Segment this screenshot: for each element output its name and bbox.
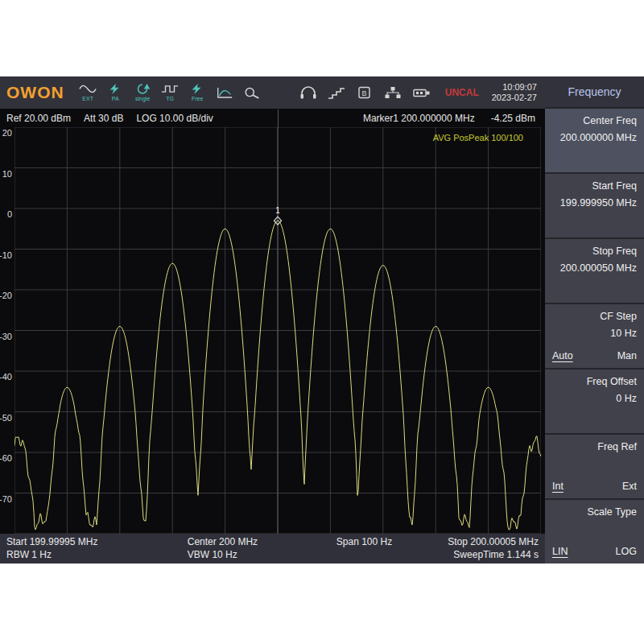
toolbar-tile-pa: PA <box>105 83 126 102</box>
y-tick-label: 0 <box>7 210 12 219</box>
status-row-2: RBW 1 Hz VBW 10 Hz SweepTime 1.144 s <box>6 548 539 561</box>
trace-mode-legend: AVG PosPeak 100/100 <box>433 133 523 142</box>
status-row-1: Start 199.99995 MHz Center 200 MHz Span … <box>6 535 539 548</box>
toolbar-tile-free: Free <box>187 83 208 102</box>
toolbar-tile-ext: EXT <box>77 83 99 102</box>
uncal-indicator: UNCAL <box>445 87 479 98</box>
marker-line-extension <box>278 109 279 127</box>
network-icon <box>383 86 402 99</box>
menu-item-label: Stop Freq <box>592 246 637 257</box>
status-icon-tile-usb <box>411 86 431 99</box>
menu-item-value: 199.999950 MHz <box>560 197 637 208</box>
toolbar-tile-label: PA <box>112 96 119 102</box>
menu-item-freq-ref[interactable]: Freq RefIntExt <box>545 435 644 498</box>
menu-item-value: 200.000000 MHz <box>560 132 637 143</box>
status-icons: B <box>299 86 431 99</box>
menu-item-value: 10 Hz <box>610 328 637 339</box>
toolbar-tile-label: single <box>135 96 150 102</box>
brand-logo: OWON <box>6 83 64 102</box>
toolbar-tile-label: TG <box>166 96 174 102</box>
softkey-panel: Frequency Center Freq200.000000 MHzStart… <box>545 76 644 564</box>
vbw-readout: VBW 10 Hz <box>188 548 336 561</box>
y-tick-label: -30 <box>0 332 12 341</box>
menu-option-auto[interactable]: Auto <box>552 350 573 361</box>
span-readout: Span 100 Hz <box>336 535 427 548</box>
toolbar-tile-chart <box>214 87 236 99</box>
sweep-time-readout: SweepTime 1.144 s <box>427 548 539 561</box>
trigger-ext-icon <box>79 83 97 95</box>
sweep-staircase-icon <box>327 86 346 99</box>
preamp-icon <box>106 83 124 95</box>
softkey-menu: Center Freq200.000000 MHzStart Freq199.9… <box>545 107 644 564</box>
menu-item-label: Scale Type <box>587 506 637 518</box>
y-tick-label: -50 <box>0 414 12 423</box>
menu-item-label: CF Step <box>600 311 637 322</box>
menu-option-ext[interactable]: Ext <box>622 481 637 492</box>
menu-item-options: IntExt <box>552 481 637 492</box>
y-tick-label: -60 <box>0 454 12 463</box>
menu-item-label: Center Freq <box>583 115 637 126</box>
rbw-readout: RBW 1 Hz <box>6 548 188 561</box>
stop-freq-readout: Stop 200.00005 MHz <box>427 535 539 548</box>
headphone-icon <box>299 86 318 99</box>
marker-number-label: 1 <box>275 206 280 215</box>
scale-readout: LOG 10.00 dB/div <box>136 113 213 124</box>
y-tick-label: -20 <box>0 291 12 300</box>
display-trace-icon <box>216 87 233 99</box>
amplitude-info-bar: Ref 20.00 dBm Att 30 dB LOG 10.00 dB/div… <box>0 109 545 127</box>
y-axis-labels: 20100-10-20-30-40-50-60-70 <box>0 127 13 534</box>
b-indicator-icon: B <box>355 86 374 99</box>
menu-option-man[interactable]: Man <box>617 350 637 361</box>
y-tick-label: 20 <box>2 129 12 138</box>
attenuation-readout: Att 30 dB <box>84 113 123 124</box>
menu-option-int[interactable]: Int <box>552 481 564 492</box>
toolbar-tile-label: Free <box>192 96 203 102</box>
single-sweep-icon <box>134 83 151 95</box>
toolbar-tile-tg: TG <box>159 83 181 102</box>
spectrum-analyzer-page: OWON EXTPAsingleTGFree B UNCAL 10:09:07 … <box>0 0 644 644</box>
menu-option-log[interactable]: LOG <box>616 546 637 557</box>
clock: 10:09:07 2023-02-27 <box>492 82 537 103</box>
y-tick-label: 10 <box>2 170 12 179</box>
menu-item-label: Start Freq <box>592 180 637 192</box>
toolbar-tile-label: EXT <box>82 96 93 102</box>
menu-option-lin[interactable]: LIN <box>552 546 568 557</box>
annunciator-strip: EXTPAsingleTGFree <box>77 83 263 102</box>
y-tick-label: -10 <box>0 251 12 260</box>
display-area: Ref 20.00 dBm Att 30 dB LOG 10.00 dB/div… <box>0 109 545 564</box>
menu-item-value: 0 Hz <box>616 393 637 404</box>
softkey-panel-title: Frequency <box>545 76 644 107</box>
menu-item-options: LINLOG <box>552 546 637 557</box>
toolbar-tile-zoom <box>242 87 263 99</box>
menu-item-value: 200.000050 MHz <box>560 262 637 274</box>
top-toolbar: OWON EXTPAsingleTGFree B UNCAL 10:09:07 … <box>0 76 545 109</box>
menu-item-label: Freq Offset <box>587 376 637 387</box>
y-tick-label: -70 <box>0 495 12 504</box>
graticule-region: 20100-10-20-30-40-50-60-70 1 AVG PosPeak… <box>0 127 545 534</box>
status-icon-tile-headphones <box>299 86 318 99</box>
status-icon-tile-bbox: B <box>355 86 374 99</box>
menu-item-scale-type[interactable]: Scale TypeLINLOG <box>545 500 644 564</box>
menu-item-label: Freq Ref <box>597 441 637 452</box>
time-text: 10:09:07 <box>492 82 537 93</box>
sweep-status-bar: Start 199.99995 MHz Center 200 MHz Span … <box>0 534 545 564</box>
marker-freq-readout: Marker1 200.000000 MHz <box>363 113 475 124</box>
toolbar-tile-single: single <box>132 83 154 102</box>
ref-level-readout: Ref 20.00 dBm <box>6 113 71 124</box>
svg-text:B: B <box>361 89 366 97</box>
usb-icon <box>411 86 431 99</box>
date-text: 2023-02-27 <box>492 93 537 103</box>
menu-item-freq-offset[interactable]: Freq Offset0 Hz <box>545 369 644 433</box>
menu-item-options: AutoMan <box>552 350 637 361</box>
free-run-icon <box>188 83 206 95</box>
spectrum-plot: 1 <box>14 127 541 534</box>
tracking-generator-icon <box>161 83 179 95</box>
status-icon-tile-steps <box>327 86 346 99</box>
menu-item-center-freq[interactable]: Center Freq200.000000 MHz <box>545 109 644 172</box>
menu-item-cf-step[interactable]: CF Step10 HzAutoMan <box>545 304 644 368</box>
menu-item-stop-freq[interactable]: Stop Freq200.000050 MHz <box>545 239 644 303</box>
y-tick-label: -40 <box>0 373 12 382</box>
peak-search-icon <box>243 87 261 99</box>
center-freq-readout: Center 200 MHz <box>188 535 336 548</box>
menu-item-start-freq[interactable]: Start Freq199.999950 MHz <box>545 174 644 237</box>
